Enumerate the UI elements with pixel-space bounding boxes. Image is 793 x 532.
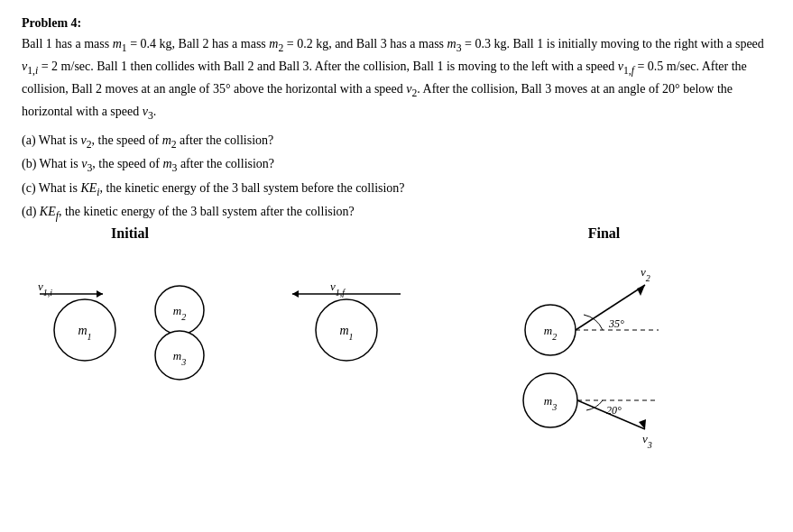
svg-marker-12 (292, 290, 299, 298)
question-d: (d) KEf, the kinetic energy of the 3 bal… (22, 201, 771, 225)
question-b: (b) What is v3, the speed of m3 after th… (22, 153, 771, 178)
svg-text:20°: 20° (606, 404, 622, 417)
svg-text:v2: v2 (641, 265, 650, 283)
diagram-area: Initial m1 v1,i m2 m3 Final (22, 225, 771, 447)
initial-diagram: m1 v1,i m2 m3 (4, 249, 256, 393)
question-a: (a) What is v2, the speed of m2 after th… (22, 130, 771, 154)
svg-text:35°: 35° (608, 317, 624, 330)
initial-section: Initial m1 v1,i m2 m3 (22, 225, 238, 393)
final-diagram: m2 v2 35° m3 (460, 249, 749, 447)
svg-text:v3: v3 (642, 432, 652, 450)
problem-text: Ball 1 has a mass m1 = 0.4 kg, Ball 2 ha… (22, 34, 771, 124)
final-section: Final m2 v2 35° m3 (437, 225, 771, 447)
middle-section: Final m1 v1,f (238, 225, 437, 393)
svg-marker-3 (97, 290, 103, 298)
questions: (a) What is v2, the speed of m2 after th… (22, 130, 771, 226)
problem-title: Problem 4: (22, 16, 771, 31)
problem-container: Problem 4: Ball 1 has a mass m1 = 0.4 kg… (22, 16, 771, 447)
initial-label: Initial (111, 225, 149, 242)
final-label: Final (588, 225, 621, 242)
question-c: (c) What is KEi, the kinetic energy of t… (22, 178, 771, 202)
svg-marker-18 (637, 285, 645, 296)
middle-diagram: m1 v1,f (247, 249, 428, 393)
